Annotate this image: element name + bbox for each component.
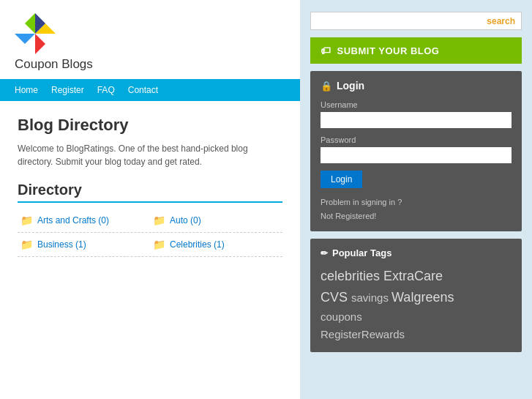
dir-row-2: 📁 Business (1) 📁 Celebrities (1) — [18, 233, 282, 257]
username-input[interactable] — [321, 112, 512, 128]
directory-list: 📁 Arts and Crafts (0) 📁 Auto (0) 📁 Busin… — [18, 209, 282, 257]
main-content: Blog Directory Welcome to BlogRatings. O… — [0, 101, 300, 272]
folder-icon: 📁 — [20, 215, 33, 226]
svg-marker-3 — [15, 34, 35, 44]
lock-icon: 🔒 — [321, 81, 332, 92]
folder-icon: 📁 — [153, 215, 165, 226]
tag-cvs[interactable]: CVS — [321, 290, 351, 305]
not-registered-text: Not Registered! — [321, 209, 512, 223]
tag-registerrewards[interactable]: RegisterRewards — [321, 328, 405, 340]
dir-cell-business: 📁 Business (1) — [18, 233, 150, 256]
logo-area: Coupon Blogs — [0, 0, 300, 79]
username-label: Username — [321, 100, 512, 109]
problem-text: Problem in signing in ? — [321, 195, 512, 209]
tag-coupons[interactable]: coupons — [321, 310, 362, 323]
right-column: search 🏷 SUBMIT YOUR BLOG 🔒 Login Userna… — [300, 0, 532, 399]
popular-tags-box: ✏ Popular Tags celebrities ExtraCare CVS… — [310, 239, 522, 352]
nav-bar: Home Register FAQ Contact — [0, 79, 300, 101]
nav-faq[interactable]: FAQ — [97, 85, 115, 95]
logo-title: Coupon Blogs — [15, 57, 93, 72]
tag-celebrities[interactable]: celebrities — [321, 269, 383, 283]
dir-cell-auto: 📁 Auto (0) — [150, 209, 282, 232]
svg-marker-2 — [35, 34, 45, 54]
login-box: 🔒 Login Username Password Login Problem … — [310, 71, 522, 231]
tag-extracare[interactable]: ExtraCare — [383, 269, 443, 283]
nav-contact[interactable]: Contact — [128, 85, 158, 95]
folder-icon: 📁 — [153, 239, 165, 250]
popular-tags-title: ✏ Popular Tags — [321, 247, 512, 258]
blog-directory-desc: Welcome to BlogRatings. One of the best … — [18, 142, 282, 168]
dir-link-auto[interactable]: Auto (0) — [170, 215, 201, 225]
dir-link-business[interactable]: Business (1) — [37, 239, 86, 250]
tag-savings[interactable]: savings — [351, 291, 391, 304]
dir-cell-celebrities: 📁 Celebrities (1) — [150, 233, 282, 256]
nav-home[interactable]: Home — [15, 85, 38, 95]
folder-icon: 📁 — [20, 239, 33, 250]
submit-icon: 🏷 — [321, 45, 331, 56]
svg-marker-0 — [25, 13, 35, 34]
pencil-icon: ✏ — [321, 248, 328, 258]
login-title: 🔒 Login — [321, 80, 512, 92]
login-button[interactable]: Login — [321, 171, 362, 188]
directory-title: Directory — [18, 182, 282, 203]
tags-content: celebrities ExtraCare CVS savings Walgre… — [321, 266, 512, 343]
dir-link-arts[interactable]: Arts and Crafts (0) — [37, 215, 109, 225]
password-input[interactable] — [321, 147, 512, 163]
dir-cell-arts: 📁 Arts and Crafts (0) — [18, 209, 150, 232]
search-button[interactable]: search — [487, 16, 515, 26]
tag-walgreens[interactable]: Walgreens — [391, 290, 454, 305]
dir-row-1: 📁 Arts and Crafts (0) 📁 Auto (0) — [18, 209, 282, 233]
search-bar: search — [310, 12, 522, 30]
logo-icon — [15, 13, 56, 54]
search-input[interactable] — [317, 15, 482, 26]
password-label: Password — [321, 135, 512, 144]
submit-blog-button[interactable]: 🏷 SUBMIT YOUR BLOG — [310, 37, 522, 64]
submit-blog-label: SUBMIT YOUR BLOG — [337, 45, 440, 56]
dir-link-celebrities[interactable]: Celebrities (1) — [170, 239, 225, 250]
login-links: Problem in signing in ? Not Registered! — [321, 195, 512, 223]
nav-register[interactable]: Register — [51, 85, 84, 95]
left-column: Coupon Blogs Home Register FAQ Contact B… — [0, 0, 300, 399]
blog-directory-title: Blog Directory — [18, 116, 282, 135]
